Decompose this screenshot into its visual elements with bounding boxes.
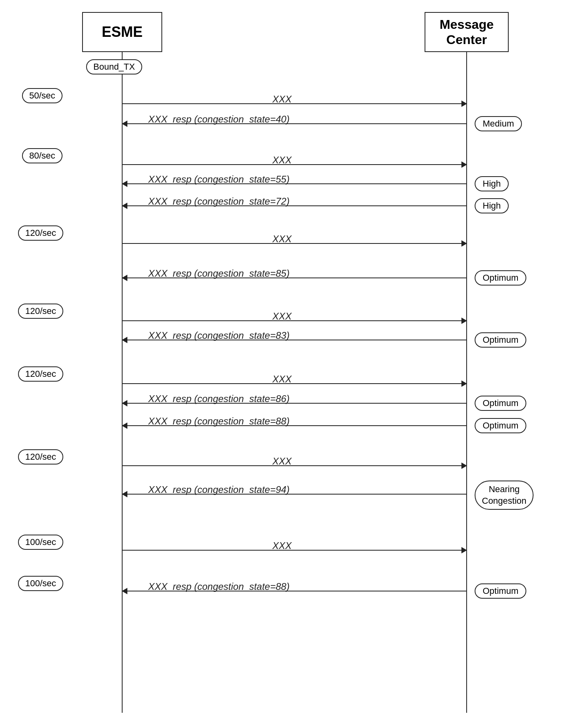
esme-lifeline (122, 52, 123, 713)
rate-pill-80: 80/sec (22, 148, 62, 163)
rate-pill-120d: 120/sec (18, 449, 63, 465)
fwd-arrow-7 (122, 550, 467, 551)
fwd-label-5: XXX (272, 374, 292, 385)
rate-pill-100b: 100/sec (18, 576, 63, 591)
resp-label-6: XXX_resp (congestion_state=94) (148, 484, 290, 495)
bound-tx-pill: Bound_TX (86, 59, 142, 74)
state-nearing-congestion: NearingCongestion (475, 481, 534, 510)
fwd-arrow-2 (122, 164, 467, 165)
fwd-arrow-5 (122, 383, 467, 384)
fwd-label-3: XXX (272, 233, 292, 245)
esme-entity: ESME (82, 12, 162, 52)
state-optimum-2: Optimum (475, 332, 526, 348)
resp-label-2b: XXX_resp (congestion_state=72) (148, 196, 290, 207)
resp-label-2a: XXX_resp (congestion_state=55) (148, 174, 290, 185)
fwd-arrow-3 (122, 243, 467, 244)
rate-pill-50: 50/sec (22, 88, 62, 103)
fwd-label-2: XXX (272, 155, 292, 166)
resp-label-8: XXX_resp (congestion_state=88) (148, 581, 290, 592)
resp-label-4: XXX_resp (congestion_state=83) (148, 330, 290, 341)
mc-entity: MessageCenter (425, 12, 509, 52)
fwd-label-7: XXX (272, 540, 292, 551)
fwd-arrow-1 (122, 103, 467, 104)
fwd-label-6: XXX (272, 456, 292, 467)
rate-pill-100a: 100/sec (18, 535, 63, 550)
state-high-1: High (475, 176, 509, 191)
resp-label-3: XXX_resp (congestion_state=85) (148, 268, 290, 279)
sequence-diagram: ESME MessageCenter Bound_TX 50/sec XXX X… (0, 0, 588, 724)
resp-label-1: XXX_resp (congestion_state=40) (148, 114, 290, 125)
rate-pill-120a: 120/sec (18, 225, 63, 241)
mc-label: MessageCenter (439, 17, 493, 48)
fwd-arrow-6 (122, 465, 467, 466)
state-optimum-5: Optimum (475, 583, 526, 599)
rate-pill-120b: 120/sec (18, 304, 63, 319)
state-optimum-3: Optimum (475, 396, 526, 411)
fwd-label-4: XXX (272, 311, 292, 322)
resp-label-5a: XXX_resp (congestion_state=86) (148, 393, 290, 404)
state-optimum-1: Optimum (475, 270, 526, 286)
fwd-arrow-4 (122, 320, 467, 321)
state-optimum-4: Optimum (475, 418, 526, 433)
state-high-2: High (475, 198, 509, 213)
state-medium-1: Medium (475, 116, 522, 131)
rate-pill-120c: 120/sec (18, 366, 63, 382)
resp-label-5b: XXX_resp (congestion_state=88) (148, 416, 290, 427)
esme-label: ESME (102, 24, 143, 40)
fwd-label-1: XXX (272, 94, 292, 105)
